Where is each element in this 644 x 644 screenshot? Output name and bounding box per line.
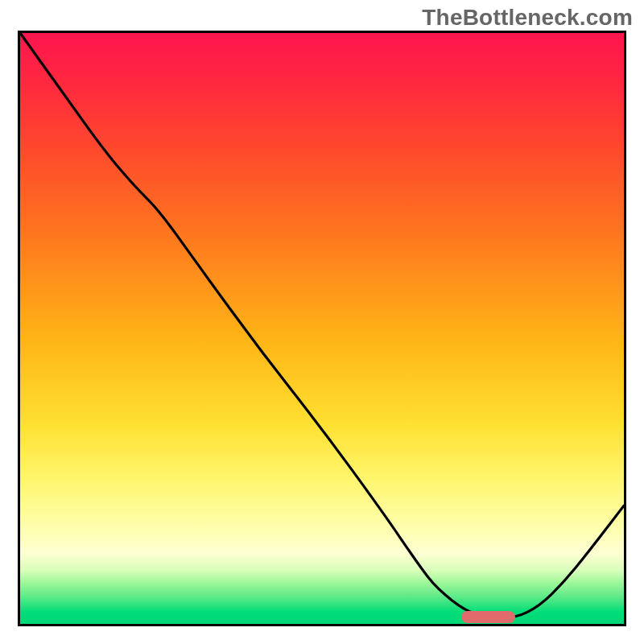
site-watermark: TheBottleneck.com [422, 5, 633, 31]
optimal-range-marker [461, 611, 516, 623]
bottleneck-curve [20, 33, 624, 624]
chart-area [18, 31, 626, 626]
